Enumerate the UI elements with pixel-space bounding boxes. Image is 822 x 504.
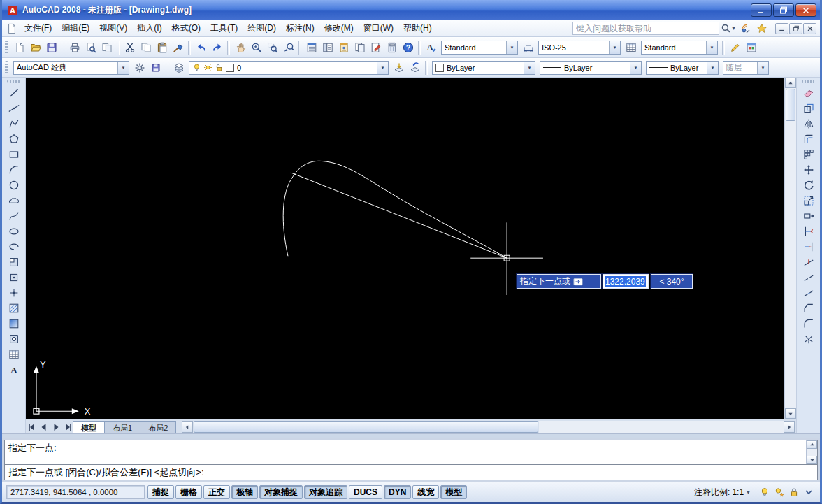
rectangle-button[interactable] — [6, 147, 22, 162]
markupset-button[interactable] — [368, 40, 384, 55]
make-block-button[interactable] — [6, 270, 22, 285]
line-button[interactable] — [6, 85, 22, 101]
trim-button[interactable] — [800, 224, 816, 239]
maximize-button[interactable] — [773, 3, 794, 17]
layer-combo[interactable]: 0 ▼ — [189, 61, 389, 75]
annotation-visibility-button[interactable] — [757, 485, 772, 499]
layout-tab-layout1[interactable]: 布局1 — [104, 421, 140, 433]
rotate-button[interactable] — [800, 178, 816, 193]
table-style-arrow[interactable]: ▼ — [706, 41, 717, 54]
command-scroll-down-button[interactable] — [807, 456, 817, 464]
chevron-down-button[interactable] — [801, 485, 816, 499]
palette-button[interactable] — [743, 40, 759, 55]
scroll-up-button[interactable] — [785, 78, 796, 88]
lock-button[interactable] — [786, 485, 801, 499]
drawing-canvas[interactable]: Y X 指定下一点或 1322.2039 < 340° — [26, 78, 784, 419]
menu-insert[interactable]: 插入(I) — [132, 20, 166, 36]
extend-button[interactable] — [800, 239, 816, 254]
layer-combo-arrow[interactable]: ▼ — [377, 62, 388, 74]
point-button[interactable] — [6, 285, 22, 301]
toolbar-drag-handle[interactable] — [802, 80, 816, 83]
mirror-button[interactable] — [800, 116, 816, 131]
tab-prev-button[interactable] — [38, 421, 50, 433]
copy-button[interactable] — [138, 40, 154, 55]
cut-button[interactable] — [122, 40, 138, 55]
help-search-input[interactable] — [572, 22, 719, 35]
multiline-text-button[interactable]: A — [6, 362, 22, 377]
mdi-restore-button[interactable] — [789, 23, 802, 34]
scroll-down-button[interactable] — [785, 408, 796, 419]
spline-button[interactable] — [6, 208, 22, 224]
minimize-button[interactable] — [751, 3, 772, 17]
command-window-splitter[interactable] — [2, 433, 820, 438]
open-button[interactable] — [27, 40, 43, 55]
menu-tools[interactable]: 工具(T) — [206, 20, 243, 36]
arc-button[interactable] — [6, 162, 22, 178]
break-at-point-button[interactable] — [800, 254, 816, 270]
comm-center-button[interactable] — [737, 21, 754, 36]
construction-line-button[interactable] — [6, 101, 22, 116]
mdi-close-button[interactable] — [803, 23, 816, 34]
spline-entity[interactable] — [283, 161, 507, 258]
horizontal-scroll-thumb[interactable] — [194, 421, 538, 433]
circle-button[interactable] — [6, 178, 22, 193]
menu-edit[interactable]: 编辑(E) — [57, 20, 94, 36]
break-button[interactable] — [800, 270, 816, 285]
gradient-button[interactable] — [6, 316, 22, 331]
table-button[interactable] — [6, 347, 22, 362]
menu-window[interactable]: 窗口(W) — [359, 20, 398, 36]
color-combo[interactable]: ByLayer ▼ — [432, 61, 535, 75]
command-scroll-up-button[interactable] — [807, 440, 817, 449]
ellipse-arc-button[interactable] — [6, 239, 22, 254]
move-button[interactable] — [800, 162, 816, 178]
scroll-left-button[interactable] — [182, 421, 193, 433]
text-style-combo[interactable]: Standard ▼ — [441, 41, 518, 55]
redo-button[interactable] — [209, 40, 225, 55]
lineweight-combo[interactable]: ByLayer ▼ — [646, 61, 719, 75]
menu-file[interactable]: 文件(F) — [20, 20, 57, 36]
command-input-line[interactable]: 指定下一点或 [闭合(C)/拟合公差(F)] <起点切向>: — [4, 465, 818, 480]
tab-next-button[interactable] — [50, 421, 62, 433]
dim-style-button[interactable] — [520, 40, 536, 55]
scale-button[interactable] — [800, 193, 816, 208]
horizontal-scroll-track[interactable] — [539, 421, 784, 433]
tab-first-button[interactable] — [26, 421, 38, 433]
status-toggle-snap[interactable]: 捕捉 — [147, 485, 174, 499]
properties-button[interactable] — [303, 40, 319, 55]
toolbar-drag-handle[interactable] — [5, 61, 8, 75]
hatch-button[interactable] — [6, 301, 22, 316]
linetype-combo[interactable]: ByLayer ▼ — [540, 61, 642, 75]
lineweight-combo-arrow[interactable]: ▼ — [707, 62, 718, 74]
zoom-realtime-button[interactable] — [248, 40, 264, 55]
menu-help[interactable]: 帮助(H) — [398, 20, 437, 36]
unlock-icon[interactable] — [215, 63, 224, 73]
status-toggle-grid[interactable]: 栅格 — [175, 485, 202, 499]
status-toggle-osnap[interactable]: 对象捕捉 — [259, 485, 303, 499]
layout-tab-model[interactable]: 模型 — [73, 421, 105, 433]
plot-button[interactable] — [66, 40, 82, 55]
zoom-window-button[interactable] — [264, 40, 280, 55]
ellipse-button[interactable] — [6, 224, 22, 239]
pan-button[interactable] — [232, 40, 248, 55]
gear-button[interactable] — [131, 60, 147, 75]
copy-object-button[interactable] — [800, 101, 816, 116]
scroll-right-button[interactable] — [784, 421, 795, 433]
status-toggle-polar[interactable]: 极轴 — [231, 485, 258, 499]
linetype-combo-arrow[interactable]: ▼ — [630, 62, 641, 74]
polygon-button[interactable] — [6, 131, 22, 147]
status-toggle-model[interactable]: 模型 — [440, 485, 467, 499]
quickcalc-button[interactable] — [384, 40, 400, 55]
designcenter-button[interactable] — [319, 40, 336, 55]
favorites-button[interactable] — [754, 21, 770, 36]
bulb-icon[interactable] — [192, 63, 202, 73]
help-search-button[interactable]: ▼ — [721, 22, 736, 35]
toolbar-drag-handle[interactable] — [5, 41, 8, 55]
save-button[interactable] — [43, 40, 59, 55]
menu-draw[interactable]: 绘图(D) — [243, 20, 281, 36]
help-button[interactable]: ? — [400, 40, 416, 55]
table-style-button[interactable] — [623, 40, 639, 55]
vertical-scroll-thumb[interactable] — [786, 89, 795, 121]
erase-button[interactable] — [800, 85, 816, 101]
layout-tab-layout2[interactable]: 布局2 — [140, 421, 176, 433]
stretch-button[interactable] — [800, 208, 816, 224]
